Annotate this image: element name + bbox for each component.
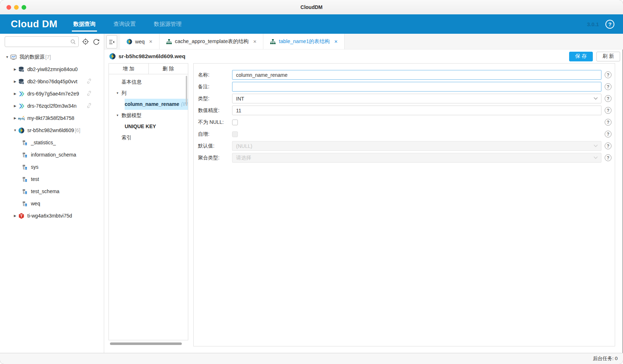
- panel-item-label: column_name_rename: [125, 101, 179, 107]
- field-label: 类型:: [198, 95, 232, 102]
- caret-right-icon[interactable]: ▶: [12, 116, 18, 120]
- schema-icon: [22, 176, 28, 182]
- tab-table-name1-structure[interactable]: table_name1的表结构 ✕: [263, 34, 345, 49]
- caret-right-icon[interactable]: ▶: [12, 67, 18, 71]
- tree-item-label: sys: [31, 164, 38, 170]
- refresh-button[interactable]: 刷新: [596, 52, 620, 61]
- tab-cache-appro-template[interactable]: cache_appro_template表的结构 ✕: [160, 34, 264, 49]
- comment-input[interactable]: [232, 82, 601, 92]
- tree-item-db2-2[interactable]: ▶ db2-9bno76dq45p0vvt: [0, 75, 104, 88]
- tree-item-label: drs-76zqcl2f0m3w34n: [27, 103, 77, 109]
- sidebar-toolbar: [0, 34, 104, 50]
- tree-item-schema-test-schema[interactable]: test_schema: [0, 185, 104, 197]
- not-null-checkbox[interactable]: [232, 120, 238, 125]
- panel-item-column-name-rename[interactable]: column_name_rename(IN: [109, 99, 188, 110]
- panel-item-columns[interactable]: ▼ 列: [109, 88, 188, 99]
- horizontal-scrollbar[interactable]: [110, 342, 182, 345]
- help-icon[interactable]: ?: [605, 107, 612, 114]
- tree-item-db2-1[interactable]: ▶ db2-yiw82zmnjo84ou0: [0, 63, 104, 75]
- help-icon[interactable]: ?: [605, 154, 612, 161]
- type-select[interactable]: INT: [232, 94, 601, 103]
- version-label: 3.0.1: [587, 21, 599, 27]
- datasource-root-icon: [10, 54, 17, 60]
- tidb-icon: [18, 213, 25, 219]
- nav-item-data-query[interactable]: 数据查询: [72, 14, 97, 34]
- tree-item-schema-weq[interactable]: weq: [0, 197, 104, 210]
- tree-item-schema-statistics[interactable]: _statistics_: [0, 136, 104, 149]
- close-window-button[interactable]: [6, 5, 11, 10]
- caret-down-icon[interactable]: ▼: [116, 88, 119, 99]
- caret-right-icon[interactable]: ▶: [12, 104, 18, 108]
- column-panel-toolbar: 增加 删除: [109, 64, 188, 74]
- tree-item-starrocks[interactable]: ▼ sr-b5hc982wn6ld609 [6]: [0, 124, 104, 136]
- close-tab-icon[interactable]: ✕: [334, 39, 338, 44]
- panel-item-index[interactable]: 索引: [109, 132, 188, 143]
- refresh-icon[interactable]: [92, 38, 100, 46]
- default-value-select: (NULL): [232, 141, 601, 151]
- tree-item-mysql[interactable]: ▶ MySQL my-8kt73k58f2b4758: [0, 112, 104, 124]
- tree-item-label: test: [31, 176, 39, 182]
- main-area: weq ✕ cache_appro_template表的结构 ✕ table_n…: [104, 34, 623, 353]
- caret-right-icon[interactable]: ▶: [12, 92, 18, 95]
- tree-item-count: [7]: [45, 54, 51, 60]
- tree-item-tidb[interactable]: ▶ ti-wg4a6x3mbtvi75d: [0, 210, 104, 222]
- locate-icon[interactable]: [82, 38, 89, 46]
- help-icon[interactable]: ?: [605, 71, 612, 78]
- caret-down-icon[interactable]: ▼: [4, 55, 10, 59]
- tab-label: table_name1的表结构: [279, 38, 330, 45]
- table-structure-icon: [166, 39, 172, 45]
- delete-button[interactable]: 删除: [149, 64, 188, 74]
- caret-right-icon[interactable]: ▶: [12, 214, 18, 218]
- nav-item-datasource-management[interactable]: 数据源管理: [152, 14, 183, 34]
- nav-item-query-settings[interactable]: 查询设置: [112, 14, 137, 34]
- panel-item-basic-info[interactable]: 基本信息: [109, 76, 188, 88]
- mysql-icon: MySQL: [18, 115, 25, 121]
- close-tab-icon[interactable]: ✕: [253, 39, 257, 44]
- db2-icon: [18, 66, 25, 73]
- tree-item-drs-1[interactable]: ▶ drs-69y7g5ae4m7e2e9: [0, 88, 104, 100]
- help-icon[interactable]: ?: [605, 131, 612, 137]
- field-label: 默认值:: [198, 143, 232, 149]
- structure-tree: 基本信息 ▼ 列 column_name_rename(IN ▼ 数据模型 UN: [109, 74, 188, 143]
- save-button[interactable]: 保存: [569, 52, 593, 61]
- precision-input[interactable]: [232, 106, 601, 115]
- tree-item-schema-sys[interactable]: sys: [0, 161, 104, 173]
- tree-item-schema-information-schema[interactable]: information_schema: [0, 149, 104, 161]
- tree-item-label: my-8kt73k58f2b4758: [27, 115, 74, 121]
- panel-item-data-model[interactable]: ▼ 数据模型: [109, 110, 188, 121]
- editor-header: sr-b5hc982wn6ld609.weq 保存 刷新: [104, 50, 623, 62]
- help-icon[interactable]: ?: [605, 83, 612, 90]
- caret-down-icon[interactable]: ▼: [12, 129, 18, 132]
- column-panel: 增加 删除 基本信息 ▼ 列 column_name_rename(IN: [109, 63, 188, 340]
- add-button[interactable]: 增加: [109, 64, 149, 74]
- caret-right-icon[interactable]: ▶: [12, 80, 18, 83]
- help-icon[interactable]: ?: [605, 20, 614, 29]
- tree-item-label: information_schema: [31, 152, 76, 158]
- help-icon[interactable]: ?: [605, 143, 612, 149]
- tree-item-drs-2[interactable]: ▶ drs-76zqcl2f0m3w34n: [0, 100, 104, 112]
- schema-icon: [22, 188, 28, 195]
- tab-weq[interactable]: weq ✕: [120, 34, 160, 49]
- field-label: 聚合类型:: [198, 155, 232, 161]
- collapse-sidebar-button[interactable]: [106, 35, 117, 48]
- tree-item-label: 我的数据源: [19, 54, 45, 60]
- tree-item-label: ti-wg4a6x3mbtvi75d: [27, 213, 72, 219]
- minimize-window-button[interactable]: [14, 5, 19, 10]
- tree-item-label: db2-yiw82zmnjo84ou0: [27, 66, 78, 72]
- help-icon[interactable]: ?: [605, 119, 612, 126]
- panel-item-unique-key[interactable]: UNIQUE KEY: [109, 121, 188, 132]
- schema-icon: [22, 201, 28, 207]
- tree-item-my-datasources[interactable]: ▼ 我的数据源 [7]: [0, 51, 104, 63]
- close-tab-icon[interactable]: ✕: [149, 39, 153, 44]
- zoom-window-button[interactable]: [22, 5, 26, 10]
- form-row-comment: 备注: ?: [194, 81, 615, 93]
- caret-down-icon[interactable]: ▼: [116, 110, 119, 121]
- help-icon[interactable]: ?: [605, 95, 612, 102]
- tree-item-schema-test[interactable]: test: [0, 173, 104, 185]
- search-input[interactable]: [5, 37, 78, 47]
- tree-item-count: [6]: [75, 127, 80, 133]
- name-input[interactable]: [232, 70, 601, 80]
- main-nav: 数据查询 查询设置 数据源管理: [72, 14, 198, 34]
- vertical-scrollbar[interactable]: [186, 76, 187, 106]
- status-bar: 后台任务: 0: [0, 353, 623, 364]
